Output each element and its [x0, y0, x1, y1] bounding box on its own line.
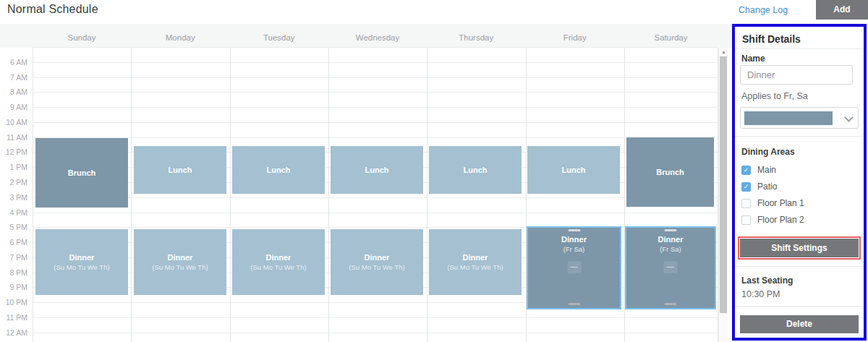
- grid-hour-line: [33, 137, 718, 138]
- shift-name-input[interactable]: [740, 65, 853, 85]
- shift-label: Lunch: [562, 166, 586, 174]
- add-button[interactable]: Add: [816, 0, 868, 20]
- dining-area-label: Floor Plan 2: [757, 215, 804, 225]
- divider: [735, 306, 864, 307]
- shift-block-lunch-wednesday[interactable]: Lunch: [331, 146, 423, 194]
- dining-areas-label: Dining Areas: [741, 147, 795, 157]
- scrollbar-thumb[interactable]: [720, 56, 727, 313]
- shift-label: Lunch: [464, 166, 488, 174]
- time-label: 12 AM: [0, 328, 27, 337]
- dining-area-label: Floor Plan 1: [757, 198, 804, 208]
- checkbox-checked-icon[interactable]: ✓: [741, 182, 751, 192]
- change-log-link[interactable]: Change Log: [739, 5, 788, 15]
- shift-days-sublabel: (Su Mo Tu We Th): [349, 263, 404, 271]
- shift-block-text: Brunch: [656, 168, 684, 176]
- day-header-saturday: Saturday: [624, 33, 718, 42]
- shift-block-lunch-friday[interactable]: Lunch: [527, 146, 620, 194]
- shift-block-dinner-friday[interactable]: Dinner(Fr Sa)—: [527, 226, 621, 309]
- shift-block-dinner-tuesday[interactable]: Dinner(Su Mo Tu We Th): [232, 229, 325, 295]
- time-label: 8 AM: [0, 87, 27, 96]
- shift-block-text: Dinner(Su Mo Tu We Th): [54, 253, 109, 271]
- shift-block-dinner-sunday[interactable]: Dinner(Su Mo Tu We Th): [35, 229, 128, 295]
- shift-details-panel: Shift Details Name Applies to Fr, Sa Din…: [732, 24, 867, 341]
- time-label: 4 PM: [0, 208, 27, 217]
- day-header-friday: Friday: [526, 33, 625, 42]
- name-label: Name: [741, 54, 765, 64]
- applies-to-select[interactable]: [740, 107, 859, 129]
- grid-hour-line: [33, 62, 718, 63]
- shift-block-lunch-monday[interactable]: Lunch: [134, 146, 226, 194]
- grid-hour-line: [33, 77, 718, 78]
- shift-label: Dinner: [250, 253, 306, 262]
- shift-label: Dinner: [349, 253, 404, 262]
- shift-label: Dinner: [528, 235, 620, 244]
- shift-block-text: Lunch: [169, 166, 192, 174]
- shift-block-dinner-wednesday[interactable]: Dinner(Su Mo Tu We Th): [331, 229, 423, 295]
- shift-days-sublabel: (Fr Sa): [626, 245, 715, 253]
- shift-days-sublabel: (Fr Sa): [528, 245, 620, 253]
- dining-area-label: Patio: [757, 181, 777, 192]
- shift-days-sublabel: (Su Mo Tu We Th): [54, 263, 109, 271]
- time-label: 3 PM: [0, 193, 27, 202]
- shift-block-brunch-sunday[interactable]: Brunch: [35, 138, 128, 208]
- shift-block-text: Brunch: [68, 168, 96, 177]
- dining-area-checkbox-floor-plan-1[interactable]: Floor Plan 1: [741, 198, 804, 208]
- checkbox-checked-icon[interactable]: ✓: [741, 166, 751, 175]
- day-header-thursday: Thursday: [427, 33, 526, 42]
- move-handle-icon[interactable]: —: [664, 261, 678, 273]
- divider: [735, 136, 864, 137]
- calendar-scrollbar[interactable]: ▲: [718, 48, 728, 342]
- grid-column-line: [427, 48, 427, 342]
- dining-area-checkbox-patio[interactable]: ✓Patio: [741, 181, 777, 192]
- shift-block-lunch-tuesday[interactable]: Lunch: [232, 146, 325, 194]
- applies-to-label: Applies to Fr, Sa: [741, 91, 808, 101]
- shift-color-swatch: [744, 111, 833, 125]
- shift-block-brunch-saturday[interactable]: Brunch: [626, 137, 714, 207]
- time-label: 11 PM: [0, 313, 27, 322]
- shift-settings-button[interactable]: Shift Settings: [740, 239, 859, 257]
- scroll-up-icon[interactable]: ▲: [719, 49, 728, 54]
- resize-handle-top-icon[interactable]: [568, 229, 580, 231]
- shift-block-text: Dinner(Fr Sa): [626, 235, 715, 253]
- checkbox-unchecked-icon[interactable]: [741, 199, 751, 208]
- shift-block-text: Lunch: [464, 166, 488, 174]
- shift-block-text: Dinner(Su Mo Tu We Th): [152, 253, 208, 271]
- time-label: 11 AM: [0, 133, 27, 142]
- resize-handle-bottom-icon[interactable]: [568, 303, 580, 305]
- delete-button[interactable]: Delete: [740, 315, 859, 333]
- last-seating-value: 10:30 PM: [741, 289, 780, 299]
- time-label: 5 PM: [0, 223, 27, 231]
- grid-column-line: [230, 48, 231, 342]
- time-label: 9 PM: [0, 283, 27, 291]
- dining-area-checkbox-floor-plan-2[interactable]: Floor Plan 2: [741, 215, 804, 225]
- shift-label: Lunch: [169, 166, 192, 174]
- time-label: 12 PM: [0, 148, 27, 156]
- shift-block-text: Lunch: [562, 166, 586, 174]
- time-label: 7 AM: [0, 73, 27, 82]
- day-header-monday: Monday: [131, 33, 230, 42]
- dining-area-checkbox-main[interactable]: ✓Main: [741, 165, 776, 175]
- shift-block-lunch-thursday[interactable]: Lunch: [429, 146, 522, 194]
- time-label: 6 AM: [0, 58, 27, 67]
- grid-hour-line: [33, 333, 718, 333]
- dining-area-label: Main: [757, 165, 776, 175]
- day-header-sunday: Sunday: [33, 33, 131, 42]
- grid-column-line: [328, 48, 329, 342]
- time-label: 8 PM: [0, 268, 27, 277]
- shift-block-dinner-thursday[interactable]: Dinner(Su Mo Tu We Th): [429, 229, 522, 295]
- time-label: 9 AM: [0, 103, 27, 111]
- shift-days-sublabel: (Su Mo Tu We Th): [250, 263, 306, 271]
- resize-handle-top-icon[interactable]: [665, 229, 677, 231]
- shift-block-dinner-monday[interactable]: Dinner(Su Mo Tu We Th): [134, 229, 226, 295]
- resize-handle-bottom-icon[interactable]: [665, 303, 677, 305]
- shift-block-text: Lunch: [365, 166, 389, 174]
- shift-days-sublabel: (Su Mo Tu We Th): [152, 263, 208, 271]
- shift-label: Dinner: [152, 253, 208, 262]
- grid-hour-line: [33, 107, 718, 108]
- shift-block-dinner-saturday[interactable]: Dinner(Fr Sa)—: [625, 226, 716, 309]
- shift-block-text: Dinner(Su Mo Tu We Th): [250, 253, 306, 271]
- time-label: 7 PM: [0, 253, 27, 262]
- checkbox-unchecked-icon[interactable]: [741, 215, 751, 225]
- shift-block-text: Dinner(Su Mo Tu We Th): [447, 253, 503, 271]
- move-handle-icon[interactable]: —: [567, 261, 581, 273]
